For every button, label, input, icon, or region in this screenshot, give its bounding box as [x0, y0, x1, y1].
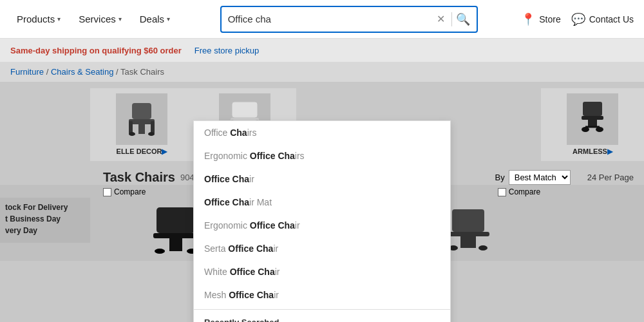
chair-svg-armless — [576, 99, 609, 140]
task-chairs-title: Task Chairs — [103, 170, 175, 185]
elle-arrow: ▶ — [162, 147, 167, 155]
compare-item-1: Compare — [103, 187, 146, 196]
recently-searched-label: Recently Searched — [194, 312, 450, 322]
promo-free-pickup: Free store pickup — [194, 46, 259, 55]
breadcrumb: Furniture / Chairs & Seating / Task Chai… — [0, 62, 644, 82]
product-card-elle: ELLE DECOR▶ — [90, 88, 193, 161]
suggestion-text-4: Office Chair Mat — [204, 197, 272, 207]
chat-icon: 💬 — [571, 12, 585, 26]
suggestion-item-4[interactable]: Office Chair Mat — [194, 191, 450, 214]
main-content: ELLE DECOR▶ WHITE▶ — [0, 82, 644, 322]
svg-point-6 — [148, 132, 155, 136]
svg-rect-7 — [232, 102, 258, 118]
svg-point-34 — [478, 245, 488, 251]
compare-checkbox-1[interactable] — [103, 188, 111, 196]
chevron-down-icon: ▾ — [57, 15, 61, 23]
delivery-line2: t Business Day — [5, 214, 85, 223]
product-label-armless[interactable]: ARMLESS▶ — [573, 147, 612, 156]
suggestion-item-8[interactable]: Mesh Office Chair — [194, 283, 450, 307]
svg-rect-4 — [151, 121, 155, 134]
delivery-line1: tock For Delivery — [5, 203, 85, 212]
nav-services-label: Services — [79, 14, 116, 24]
svg-point-23 — [155, 249, 165, 254]
nav-products-label: Products — [17, 14, 55, 24]
suggestion-item-5[interactable]: Ergonomic Office Chair — [194, 214, 450, 237]
svg-rect-2 — [138, 124, 145, 134]
location-icon: 📍 — [521, 12, 535, 26]
nav-items: Products ▾ Services ▾ Deals ▾ — [10, 8, 176, 30]
svg-rect-31 — [447, 232, 489, 236]
clear-icon[interactable]: ✕ — [434, 13, 448, 25]
header-right: 📍 Store 💬 Contact Us — [521, 12, 634, 26]
contact-button[interactable]: 💬 Contact Us — [571, 12, 634, 26]
suggestion-item-7[interactable]: White Office Chair — [194, 260, 450, 283]
search-box: ✕ 🔍 — [220, 6, 478, 33]
delivery-line3: very Day — [5, 226, 85, 235]
suggestion-text-7: White Office Chair — [204, 267, 279, 277]
product-img-armless — [567, 93, 618, 145]
search-input[interactable] — [228, 14, 434, 24]
svg-rect-15 — [582, 116, 603, 120]
svg-rect-3 — [129, 121, 133, 134]
svg-rect-0 — [132, 103, 151, 119]
store-button[interactable]: 📍 Store — [521, 12, 560, 26]
suggestion-text-1: Office Chairs — [204, 128, 256, 138]
suggestion-text-5: Ergonomic Office Chair — [204, 220, 300, 231]
chevron-down-icon: ▾ — [118, 15, 122, 23]
contact-label: Contact Us — [589, 14, 634, 24]
suggestion-item-3[interactable]: Office Chair — [194, 167, 450, 191]
nav-item-products[interactable]: Products ▾ — [10, 8, 67, 30]
suggestion-text-3: Office Chair — [204, 174, 254, 184]
breadcrumb-task-chairs: Task Chairs — [120, 67, 164, 77]
product-img-elle — [116, 93, 167, 145]
svg-rect-32 — [460, 236, 476, 248]
sort-controls: By Best Match 24 Per Page — [495, 170, 634, 185]
promo-shipping: Same-day shipping on qualifying $60 orde… — [10, 46, 182, 55]
nav-item-deals[interactable]: Deals ▾ — [133, 8, 176, 30]
promo-bar: Same-day shipping on qualifying $60 orde… — [0, 39, 644, 62]
search-dropdown: Office Chairs Ergonomic Office Chairs Of… — [193, 120, 451, 322]
svg-rect-20 — [156, 207, 195, 233]
search-divider — [451, 12, 452, 26]
chevron-down-icon: ▾ — [167, 15, 170, 23]
svg-rect-30 — [452, 209, 484, 232]
svg-point-5 — [129, 132, 135, 136]
product-label-elle[interactable]: ELLE DECOR▶ — [117, 147, 167, 156]
sort-select[interactable]: Best Match — [509, 170, 571, 185]
header: Products ▾ Services ▾ Deals ▾ ✕ 🔍 📍 Stor… — [0, 0, 644, 39]
per-page: 24 Per Page — [587, 173, 634, 182]
sort-by-label: By — [495, 173, 505, 182]
suggestion-text-8: Mesh Office Chair — [204, 290, 279, 300]
svg-rect-22 — [169, 238, 182, 251]
chair-svg-elle — [119, 97, 164, 142]
compare-item-3: Compare — [498, 187, 540, 196]
compare-label-3: Compare — [509, 187, 540, 196]
product-card-armless: ARMLESS▶ — [541, 88, 644, 161]
dropdown-divider — [194, 309, 450, 310]
suggestion-text-2: Ergonomic Office Chairs — [204, 151, 305, 161]
nav-item-services[interactable]: Services ▾ — [72, 8, 128, 30]
search-container: ✕ 🔍 — [176, 6, 521, 33]
suggestion-item-2[interactable]: Ergonomic Office Chairs — [194, 144, 450, 167]
svg-rect-21 — [153, 233, 198, 238]
suggestion-text-6: Serta Office Chair — [204, 243, 278, 254]
compare-checkbox-3[interactable] — [498, 188, 506, 196]
breadcrumb-furniture[interactable]: Furniture — [10, 67, 44, 77]
svg-rect-14 — [583, 102, 602, 116]
breadcrumb-sep: / — [46, 67, 51, 77]
search-icon[interactable]: 🔍 — [456, 12, 470, 26]
compare-label-1: Compare — [114, 187, 146, 196]
left-delivery-sidebar: tock For Delivery t Business Day very Da… — [0, 198, 90, 243]
sidebar-spacer — [0, 88, 90, 161]
store-label: Store — [539, 14, 560, 24]
nav-deals-label: Deals — [140, 14, 164, 24]
suggestion-item-6[interactable]: Serta Office Chair — [194, 237, 450, 260]
breadcrumb-chairs[interactable]: Chairs & Seating — [51, 67, 114, 77]
suggestion-item-1[interactable]: Office Chairs — [194, 121, 450, 144]
